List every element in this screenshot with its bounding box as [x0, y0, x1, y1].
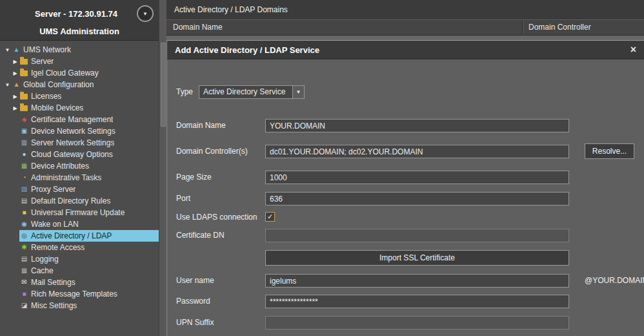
- sidebar-item-label: Server Network Settings: [31, 138, 114, 147]
- sidebar-item-mail-settings[interactable]: ✉ Mail Settings: [0, 277, 159, 288]
- tree-scrollbar-thumb[interactable]: [161, 43, 166, 127]
- password-label: Password: [176, 295, 210, 308]
- server-network-icon: ▥: [19, 137, 29, 149]
- sidebar-item-label: Licenses: [31, 92, 61, 101]
- sidebar-item-label: Mail Settings: [31, 278, 75, 287]
- sidebar-item-label: Igel Cloud Gateway: [31, 68, 99, 78]
- check-icon: ✓: [267, 213, 273, 220]
- sidebar-item-cloud-gateway-options[interactable]: ● Cloud Gateway Options: [0, 149, 159, 160]
- config-icon: ▲: [12, 79, 21, 90]
- sidebar-item-label: Cache: [31, 266, 54, 275]
- ldaps-connection-checkbox[interactable]: ✓: [265, 212, 275, 222]
- password-input[interactable]: [265, 295, 569, 308]
- domains-table-header: Domain Name Domain Controller: [166, 19, 644, 36]
- cloud-gateway-icon: ●: [19, 149, 29, 160]
- page-size-label: Page Size: [176, 171, 212, 184]
- wake-on-lan-icon: ◉: [19, 218, 29, 230]
- tree-expander-icon[interactable]: ▶: [11, 105, 19, 111]
- sidebar-item-label: Certificate Management: [31, 115, 113, 124]
- sidebar-item-default-directory-rules[interactable]: ▤ Default Directory Rules: [0, 195, 159, 207]
- tree-expander-icon[interactable]: ▼: [3, 47, 12, 53]
- sidebar-item-label: Rich Message Templates: [31, 289, 117, 299]
- navigation-tree: ▼ ▲ UMS Network ▶ Server ▶ Igel Cloud Ga…: [0, 41, 159, 311]
- chevron-down-icon[interactable]: ▼: [292, 86, 304, 98]
- sidebar-item-label: Proxy Server: [31, 185, 75, 194]
- sidebar-item-label: Remote Access: [31, 243, 85, 252]
- sidebar-item-label: Device Network Settings: [31, 127, 116, 136]
- sidebar-item-label: Default Directory Rules: [31, 196, 110, 205]
- domain-controllers-input[interactable]: [265, 145, 569, 158]
- user-name-input[interactable]: [265, 274, 569, 288]
- proxy-icon: ▨: [19, 184, 29, 195]
- type-select-value: Active Directory Service: [199, 86, 292, 98]
- admin-title: UMS Administration: [0, 26, 159, 36]
- sidebar-item-misc-settings[interactable]: ◪ Misc Settings: [0, 300, 159, 311]
- dialog-body: Type Active Directory Service ▼ Domain N…: [167, 59, 644, 336]
- import-ssl-certificate-button[interactable]: Import SSL Certificate: [265, 250, 569, 266]
- domain-controllers-label: Domain Controller(s): [176, 145, 248, 158]
- misc-icon: ◪: [19, 300, 29, 311]
- certificate-dn-input[interactable]: [265, 229, 569, 242]
- sidebar-item-active-directory-ldap[interactable]: ◎ Active Directory / LDAP: [0, 230, 159, 242]
- page-size-input[interactable]: [265, 171, 569, 184]
- folder-icon: [20, 59, 28, 65]
- tree-expander-icon[interactable]: ▶: [11, 70, 19, 76]
- column-header-domain-name[interactable]: Domain Name: [166, 20, 523, 35]
- network-icon: ▲: [12, 44, 21, 56]
- sidebar-item-wake-on-lan[interactable]: ◉ Wake on LAN: [0, 218, 159, 230]
- certificate-icon: ◈: [19, 114, 29, 125]
- sidebar-item-rich-message-templates[interactable]: ■ Rich Message Templates: [0, 288, 159, 300]
- tree-expander-icon[interactable]: ▶: [11, 59, 19, 65]
- sidebar-item-administrative-tasks[interactable]: ◔ Administrative Tasks: [0, 172, 159, 184]
- close-icon[interactable]: ×: [630, 45, 636, 55]
- port-label: Port: [176, 192, 190, 205]
- resolve-button[interactable]: Resolve...: [585, 143, 634, 159]
- rich-message-icon: ■: [19, 288, 29, 300]
- domain-name-label: Domain Name: [176, 119, 226, 132]
- sidebar-item-device-attributes[interactable]: ▦ Device Attributes: [0, 160, 159, 172]
- sidebar: Server - 172.30.91.74 ▼ UMS Administrati…: [0, 0, 159, 336]
- remote-access-icon: ✱: [19, 242, 29, 253]
- type-select[interactable]: Active Directory Service ▼: [199, 85, 305, 99]
- tree-expander-icon[interactable]: ▼: [3, 82, 12, 88]
- user-name-domain-suffix: @YOUR.DOMAIN: [585, 274, 644, 288]
- sidebar-item-label: Device Attributes: [31, 162, 89, 171]
- breadcrumb: Active Directory / LDAP Domains: [166, 0, 644, 19]
- sidebar-item-label: Administrative Tasks: [31, 173, 101, 182]
- dialog-title: Add Active Directory / LDAP Service: [175, 45, 630, 55]
- sidebar-item-universal-firmware-update[interactable]: ■ Universal Firmware Update: [0, 207, 159, 218]
- sidebar-item-mobile-devices[interactable]: ▶ Mobile Devices: [0, 102, 159, 114]
- logging-icon: ▤: [19, 253, 29, 265]
- add-ldap-service-dialog: Add Active Directory / LDAP Service × Ty…: [166, 40, 644, 336]
- sidebar-item-igel-cloud-gateway[interactable]: ▶ Igel Cloud Gateway: [0, 67, 159, 79]
- sidebar-item-label: Global Configuration: [23, 80, 94, 89]
- tree-scrollbar[interactable]: [159, 0, 166, 336]
- folder-icon: [20, 94, 28, 100]
- sidebar-item-proxy-server[interactable]: ▨ Proxy Server: [0, 184, 159, 195]
- upn-suffix-input[interactable]: [265, 316, 569, 330]
- server-selector-dropdown[interactable]: ▼: [137, 5, 154, 22]
- dialog-titlebar: Add Active Directory / LDAP Service ×: [167, 41, 644, 59]
- sidebar-item-server[interactable]: ▶ Server: [0, 56, 159, 67]
- mail-icon: ✉: [19, 277, 29, 288]
- sidebar-item-global-configuration[interactable]: ▼ ▲ Global Configuration: [0, 79, 159, 90]
- sidebar-item-label: Active Directory / LDAP: [31, 231, 112, 240]
- sidebar-item-server-network-settings[interactable]: ▥ Server Network Settings: [0, 137, 159, 149]
- sidebar-item-device-network-settings[interactable]: ▣ Device Network Settings: [0, 125, 159, 137]
- sidebar-item-certificate-management[interactable]: ◈ Certificate Management: [0, 114, 159, 125]
- tree-expander-icon[interactable]: ▶: [11, 94, 19, 100]
- domain-name-input[interactable]: [265, 119, 569, 132]
- upn-suffix-label: UPN Suffix: [176, 316, 214, 330]
- type-label: Type: [176, 85, 193, 99]
- sidebar-item-logging[interactable]: ▤ Logging: [0, 253, 159, 265]
- column-header-domain-controller[interactable]: Domain Controller: [523, 20, 644, 35]
- port-input[interactable]: [265, 192, 569, 205]
- sidebar-item-ums-network[interactable]: ▼ ▲ UMS Network: [0, 44, 159, 56]
- sidebar-item-licenses[interactable]: ▶ Licenses: [0, 90, 159, 102]
- main-content: Active Directory / LDAP Domains Domain N…: [166, 0, 644, 336]
- sidebar-header: Server - 172.30.91.74 ▼ UMS Administrati…: [0, 0, 159, 41]
- device-network-icon: ▣: [19, 125, 29, 137]
- sidebar-item-cache[interactable]: ▦ Cache: [0, 265, 159, 277]
- sidebar-item-remote-access[interactable]: ✱ Remote Access: [0, 242, 159, 253]
- sidebar-item-label: Mobile Devices: [31, 103, 83, 112]
